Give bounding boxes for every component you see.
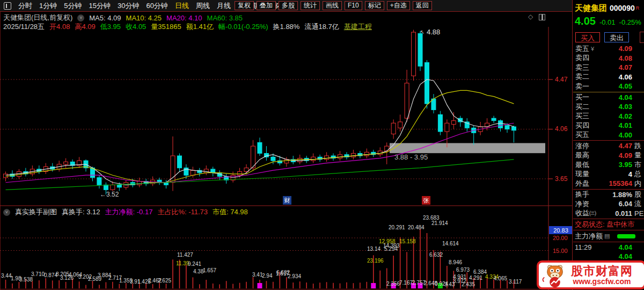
svg-text:财: 财 <box>284 197 290 204</box>
row-label: 最低 <box>575 160 589 170</box>
menu-item-30分钟[interactable]: 30分钟 <box>118 1 139 11</box>
quote-row-净资[interactable]: 净资6.04流 <box>573 199 644 209</box>
stock-title-row: 天健集团 000090 R <box>573 0 644 15</box>
menu-item-5分钟[interactable]: 5分钟 <box>64 1 82 11</box>
quote-row-最低[interactable]: 最低3.95市 <box>573 160 644 170</box>
menu-item-60分钟[interactable]: 60分钟 <box>146 1 167 11</box>
svg-text:3.710: 3.710 <box>31 271 45 277</box>
row-value: 4.04 <box>589 93 644 102</box>
row-label: 买一 <box>575 92 589 102</box>
quote-row-买三[interactable]: 买三4.02 <box>573 112 644 121</box>
chevron-down-icon[interactable]: ˅ <box>3 209 10 216</box>
svg-text:4.06: 4.06 <box>555 125 568 133</box>
text-segment: 幅-0.01(-0.25%) <box>218 22 268 32</box>
svg-text:20.00: 20.00 <box>553 235 568 241</box>
svg-text:张: 张 <box>423 197 429 204</box>
quote-row-现量[interactable]: 现量4总 <box>573 170 644 179</box>
text-segment: 换1.88% <box>273 22 300 32</box>
svg-text:3.41: 3.41 <box>252 272 263 278</box>
divider <box>573 230 644 230</box>
quote-row-换手[interactable]: 换手1.88%股 <box>573 190 644 200</box>
main-force-label: 主力净额 <box>575 231 603 241</box>
menu-item-分时[interactable]: 分时 <box>18 1 32 11</box>
svg-text:3.117: 3.117 <box>509 279 522 285</box>
svg-text:20.484: 20.484 <box>408 224 425 230</box>
clipped-button[interactable] <box>640 32 644 43</box>
daily-info-line: 2025/11/28五开4.08高4.09低3.95收4.05量351865额1… <box>3 22 372 32</box>
svg-text:14.393: 14.393 <box>383 243 400 249</box>
ma-values: MA5: 4.09MA10: 4.25MA20: 4.10MA60: 3.85 <box>89 14 243 22</box>
margin-badge: R <box>636 5 640 11</box>
candlestick-chart[interactable]: 4.474.063.65↖4.88←3.523.88 - 3.95财张20.00… <box>0 27 573 290</box>
row-label: 外盘 <box>575 179 589 189</box>
chevron-down-icon[interactable]: ˅ <box>77 15 84 21</box>
svg-text:4.065: 4.065 <box>494 276 507 281</box>
split-view-icon[interactable] <box>539 14 545 20</box>
svg-text:4.47: 4.47 <box>555 76 568 83</box>
svg-text:14.614: 14.614 <box>442 241 459 247</box>
quote-row-卖一[interactable]: 卖一4.05 <box>573 82 644 91</box>
tool-button-叠加[interactable]: 叠加 <box>257 1 276 10</box>
svg-text:3.88 - 3.95: 3.88 - 3.95 <box>394 153 428 161</box>
text-segment: 流通18.7亿 <box>304 22 339 32</box>
menu-item-15分钟[interactable]: 15分钟 <box>89 1 110 11</box>
tool-button-标记[interactable]: 标记 <box>365 1 384 10</box>
tool-button-F10[interactable]: F10 <box>345 1 362 10</box>
svg-text:13.14: 13.14 <box>367 246 380 252</box>
tick-row: 4.04 <box>573 252 644 261</box>
quote-row-外盘[interactable]: 外盘155364内 <box>573 179 644 189</box>
menu-item-周线[interactable]: 周线 <box>196 1 210 11</box>
row-label: 收益㈢ <box>575 208 596 218</box>
text-segment: 开4.08 <box>49 22 70 32</box>
menu-item-日线[interactable]: 日线 <box>175 1 189 11</box>
sidebar-divider <box>572 0 573 290</box>
clipped-label: 量 <box>634 150 641 160</box>
button-卖出[interactable]: 卖出 <box>604 32 629 42</box>
quote-row-卖三[interactable]: 卖三4.07 <box>573 63 644 73</box>
tick-row: 11:294.04 <box>573 243 644 252</box>
main-force-bar <box>617 234 635 238</box>
tool-button-统计[interactable]: 统计 <box>301 1 320 10</box>
svg-text:4.38: 4.38 <box>193 269 204 274</box>
text-segment: 量351865 <box>151 22 181 32</box>
button-买入[interactable]: 买入 <box>575 32 600 42</box>
price-change-pct: -0.25% <box>619 18 641 26</box>
text-segment: MA5: 4.09 <box>89 14 121 22</box>
indicator-header: ˅ 真实换手副图真换手: 3.12主力净额: -0.17主占比%: -11.73… <box>3 207 248 217</box>
stock-code: 000090 <box>610 4 635 12</box>
tick-price: 4.04 <box>592 243 644 251</box>
tool-button-多股[interactable]: 多股 <box>279 1 298 10</box>
quote-row-收益㈢[interactable]: 收益㈢0.011PE <box>573 209 644 219</box>
divider <box>573 219 644 219</box>
tool-button-复权[interactable]: 复权 <box>235 1 254 10</box>
svg-text:4.88: 4.88 <box>427 28 440 36</box>
toolbar: 复权叠加多股统计画线F10标记+自选返回 <box>235 1 432 10</box>
menu-item-月线[interactable]: 月线 <box>217 1 231 11</box>
quote-row-卖五[interactable]: 卖五¥4.09 <box>573 44 644 54</box>
menu-item-1分钟[interactable]: 1分钟 <box>39 1 57 11</box>
quote-row-买五[interactable]: 买五4.00 <box>573 130 644 140</box>
quote-row-买一[interactable]: 买一4.04 <box>573 93 644 103</box>
quote-row-卖四[interactable]: 卖四4.08 <box>573 54 644 63</box>
quote-row-卖二[interactable]: 卖二4.06 <box>573 73 644 82</box>
quote-row-涨停[interactable]: 涨停4.47跌 <box>573 141 644 151</box>
quote-row-最高[interactable]: 最高4.09量 <box>573 151 644 161</box>
row-label: 涨停 <box>575 141 589 151</box>
row-label: 最高 <box>575 150 589 160</box>
text-segment: 基建工程 <box>344 22 372 32</box>
tool-button-画线[interactable]: 画线 <box>323 1 342 10</box>
tool-button-+自选[interactable]: +自选 <box>387 1 410 10</box>
tool-button-返回[interactable]: 返回 <box>413 1 432 10</box>
diamond-icon[interactable]: ◇ <box>528 13 533 20</box>
quote-sidebar: 天健集团 000090 R 4.05 -0.01 -0.25% 买入卖出 卖五¥… <box>573 0 644 290</box>
text-segment: 真换手: 3.12 <box>62 207 100 217</box>
text-segment: 市值: 74.98 <box>213 207 248 217</box>
trade-buttons: 买入卖出 <box>573 30 644 44</box>
list-icon[interactable]: ▤ <box>604 233 610 240</box>
bull-logo-icon <box>541 263 568 287</box>
layout-toggle-icon[interactable] <box>4 2 11 10</box>
quote-row-买二[interactable]: 买二4.03 <box>573 102 644 112</box>
quote-row-买四[interactable]: 买四4.01 <box>573 121 644 130</box>
row-label: 换手 <box>575 190 589 199</box>
svg-text:21.914: 21.914 <box>431 220 448 226</box>
